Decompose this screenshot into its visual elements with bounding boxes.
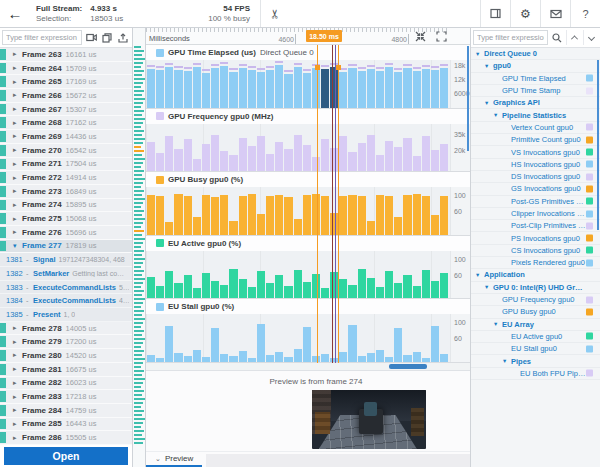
- chart-plot[interactable]: [146, 251, 450, 299]
- chart-plot[interactable]: [146, 124, 450, 172]
- frame-row[interactable]: ▸Frame 26715307 us: [0, 103, 132, 117]
- chart-plot[interactable]: [146, 187, 450, 235]
- frames-filter-input[interactable]: [2, 30, 82, 45]
- metric-swatch[interactable]: [586, 259, 593, 266]
- frame-row[interactable]: ▸Frame 27214914 us: [0, 171, 132, 185]
- frame-row[interactable]: ▸Frame 28516443 us: [0, 418, 132, 432]
- metric-swatch[interactable]: [586, 87, 593, 94]
- event-row[interactable]: 1383-ExecuteCommandLists5, 193550…: [0, 281, 132, 295]
- metric-swatch[interactable]: [586, 235, 593, 242]
- metric-swatch[interactable]: [586, 370, 593, 377]
- feedback-button[interactable]: [540, 0, 570, 27]
- frame-row[interactable]: ▸Frame 28116675 us: [0, 363, 132, 377]
- tree-metric-row[interactable]: GS Invocations gpu0: [471, 183, 600, 195]
- tree-metric-row[interactable]: PS Invocations gpu0: [471, 232, 600, 244]
- event-row[interactable]: 1384-ExecuteCommandLists4, 193550…: [0, 294, 132, 308]
- tree-metric-row[interactable]: EU Stall gpu0: [471, 343, 600, 355]
- frame-row[interactable]: ▸Frame 26817162 us: [0, 116, 132, 130]
- selection-duration-badge[interactable]: 18.50 ms: [306, 30, 342, 42]
- event-row[interactable]: 1382-SetMarkerGetting last completed …: [0, 267, 132, 281]
- scissors-button[interactable]: ✂: [260, 0, 290, 27]
- tree-metric-row[interactable]: Clipper Invocations gpu0: [471, 208, 600, 220]
- collapse-all-button[interactable]: [566, 30, 581, 45]
- tree-metric-row[interactable]: Primitive Count gpu0: [471, 134, 600, 146]
- tree-metric-row[interactable]: HS Invocations gpu0: [471, 159, 600, 171]
- frame-row[interactable]: ▸Frame 28414759 us: [0, 404, 132, 418]
- frame-row[interactable]: ▸Frame 27515068 us: [0, 212, 132, 226]
- chart-plot[interactable]: [146, 60, 450, 108]
- tree-group-row[interactable]: ▾Pipeline Statistics: [471, 109, 600, 121]
- metric-swatch[interactable]: [586, 333, 593, 340]
- export-button[interactable]: [116, 31, 130, 45]
- metric-swatch[interactable]: [586, 124, 593, 131]
- metric-swatch[interactable]: [586, 75, 593, 82]
- tree-group-row[interactable]: ▾GPU 0: Intel(R) UHD Graphics 620: [471, 282, 600, 294]
- frame-row[interactable]: ▸Frame 27117504 us: [0, 158, 132, 172]
- frame-row[interactable]: ▸Frame 27415895 us: [0, 199, 132, 213]
- frame-row[interactable]: ▸Frame 27016542 us: [0, 144, 132, 158]
- settings-button[interactable]: ⚙: [510, 0, 540, 27]
- metric-swatch[interactable]: [586, 173, 593, 180]
- tree-group-row[interactable]: ▾EU Array: [471, 319, 600, 331]
- metric-swatch[interactable]: [586, 198, 593, 205]
- frame-row[interactable]: ▸Frame 28615505 us: [0, 431, 132, 445]
- frame-row[interactable]: ▸Frame 26316161 us: [0, 48, 132, 62]
- tree-group-row[interactable]: ▾Graphics API: [471, 97, 600, 109]
- frame-row[interactable]: ▸Frame 28216023 us: [0, 377, 132, 391]
- metric-swatch[interactable]: [586, 308, 593, 315]
- frame-row[interactable]: ▾Frame 27717819 us: [0, 240, 132, 254]
- metrics-search-button[interactable]: [550, 31, 564, 45]
- charts-vertical-scrollbar[interactable]: [467, 46, 469, 151]
- metric-swatch[interactable]: [586, 222, 593, 229]
- metric-swatch[interactable]: [586, 185, 593, 192]
- fit-all-button[interactable]: [435, 30, 448, 43]
- frame-row[interactable]: ▸Frame 28014520 us: [0, 349, 132, 363]
- frame-row[interactable]: ▸Frame 26517169 us: [0, 75, 132, 89]
- tree-metric-row[interactable]: Vertex Count gpu0: [471, 122, 600, 134]
- frame-row[interactable]: ▸Frame 27316849 us: [0, 185, 132, 199]
- copy-button[interactable]: [100, 31, 114, 45]
- metrics-scrollbar[interactable]: [597, 60, 599, 230]
- panel-toggle-button[interactable]: [480, 0, 510, 27]
- frame-row[interactable]: ▸Frame 27615696 us: [0, 226, 132, 240]
- frame-row[interactable]: ▸Frame 26615672 us: [0, 89, 132, 103]
- tree-metric-row[interactable]: CS Invocations gpu0: [471, 245, 600, 257]
- metrics-filter-input[interactable]: [473, 30, 548, 45]
- tree-metric-row[interactable]: Post-Clip Primitives gpu0: [471, 220, 600, 232]
- timeline-ruler[interactable]: Milliseconds 46004800 18.50 ms: [146, 28, 470, 45]
- capture-button[interactable]: [84, 31, 98, 45]
- tree-metric-row[interactable]: GPU Time Elapsed: [471, 73, 600, 85]
- expand-all-button[interactable]: [583, 30, 598, 45]
- metric-swatch[interactable]: [586, 136, 593, 143]
- tree-metric-row[interactable]: EU Both FPU Pipes A…: [471, 368, 600, 380]
- frame-row[interactable]: ▸Frame 28317218 us: [0, 390, 132, 404]
- frame-row[interactable]: ▸Frame 26914436 us: [0, 130, 132, 144]
- tree-metric-row[interactable]: GPU Time Stamp: [471, 85, 600, 97]
- tree-metric-row[interactable]: DS Invocations gpu0: [471, 171, 600, 183]
- tree-metric-row[interactable]: Post-GS Primitives gpu0: [471, 196, 600, 208]
- tree-group-row[interactable]: ▾Pipes: [471, 355, 600, 367]
- metric-swatch[interactable]: [586, 296, 593, 303]
- frame-row[interactable]: ▸Frame 27917200 us: [0, 335, 132, 349]
- tree-metric-row[interactable]: Pixels Rendered gpu0: [471, 257, 600, 269]
- fit-selection-button[interactable]: [414, 30, 427, 43]
- tree-group-row[interactable]: ▾gpu0: [471, 60, 600, 72]
- frame-row[interactable]: ▸Frame 27814005 us: [0, 322, 132, 336]
- charts-horizontal-scrollbar[interactable]: [146, 363, 470, 371]
- metric-swatch[interactable]: [586, 149, 593, 156]
- tree-metric-row[interactable]: VS Invocations gpu0: [471, 146, 600, 158]
- frame-row[interactable]: ▸Frame 26415709 us: [0, 62, 132, 76]
- scrollbar-thumb[interactable]: [389, 364, 427, 369]
- metric-swatch[interactable]: [586, 247, 593, 254]
- event-row[interactable]: 1381-Signal1971247348304, 468: [0, 253, 132, 267]
- tree-metric-row[interactable]: GPU Busy gpu0: [471, 306, 600, 318]
- tab-preview[interactable]: ⌄ Preview: [146, 452, 202, 467]
- tree-metric-row[interactable]: EU Active gpu0: [471, 331, 600, 343]
- event-row[interactable]: 1385-Present1, 0: [0, 308, 132, 322]
- metric-swatch[interactable]: [586, 161, 593, 168]
- minimap[interactable]: [133, 28, 146, 467]
- back-button[interactable]: ←: [0, 0, 30, 27]
- open-button[interactable]: Open: [4, 447, 128, 465]
- metric-swatch[interactable]: [586, 345, 593, 352]
- tree-group-row[interactable]: ▾Application: [471, 269, 600, 281]
